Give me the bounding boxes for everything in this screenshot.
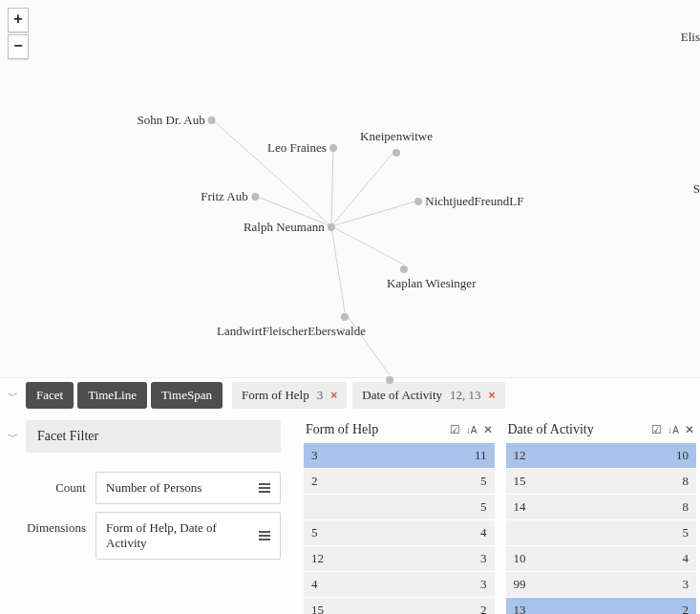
dimensions-label: Dimensions	[4, 512, 95, 536]
facet-title: Date of Activity	[508, 422, 594, 437]
facet-row[interactable]: 25	[304, 469, 495, 494]
graph-node[interactable]: Leo Fraines	[267, 139, 337, 156]
svg-line-2	[331, 149, 396, 226]
chip-value: 12, 13	[450, 388, 481, 403]
graph-node[interactable]: NichtjuedFreundLF	[414, 193, 524, 209]
zoom-out-button[interactable]: −	[8, 34, 29, 59]
filter-chip[interactable]: Form of Help3×	[232, 382, 347, 409]
sort-icon[interactable]: ↓A	[466, 425, 477, 435]
facet-row[interactable]: 132	[506, 598, 697, 614]
facet-row[interactable]: 43	[304, 572, 495, 597]
dimensions-select[interactable]: Form of Help, Date of Activity	[95, 512, 281, 560]
network-graph[interactable]: Sohn Dr. Aub Leo Fraines KneipenwitweFri…	[0, 0, 700, 377]
count-select[interactable]: Number of Persons	[95, 472, 281, 504]
facet-filter-title: Facet Filter	[26, 420, 281, 453]
collapse-icon[interactable]: ﹀	[4, 389, 22, 403]
tab-facet[interactable]: Facet	[26, 382, 74, 409]
node-dot-icon	[329, 144, 337, 152]
count-label: Count	[4, 472, 95, 496]
menu-icon	[259, 529, 270, 542]
facet-row[interactable]: 152	[304, 598, 495, 614]
node-dot-icon	[400, 265, 408, 273]
facet-row[interactable]: 123	[304, 546, 495, 571]
facet-row[interactable]: 5	[304, 495, 495, 519]
node-dot-icon	[328, 223, 335, 231]
close-icon[interactable]: ✕	[685, 423, 694, 436]
node-dot-icon	[251, 193, 259, 201]
graph-node[interactable]	[386, 371, 393, 387]
chip-field: Date of Activity	[362, 388, 442, 403]
facet-column: Form of Help☑↓A✕3112555412343152	[304, 420, 495, 614]
filter-chip[interactable]: Date of Activity12, 13×	[352, 382, 504, 409]
facet-row[interactable]: 148	[506, 495, 697, 519]
graph-node[interactable]: S	[693, 180, 700, 197]
facet-row[interactable]: 311	[304, 443, 495, 468]
menu-icon	[259, 481, 270, 495]
graph-node[interactable]: Sohn Dr. Aub	[138, 112, 216, 128]
svg-line-4	[331, 201, 418, 226]
facet-row[interactable]: 104	[506, 546, 697, 571]
check-icon[interactable]: ☑	[450, 423, 460, 436]
node-dot-icon	[208, 116, 216, 124]
close-icon[interactable]: ×	[330, 389, 337, 402]
svg-line-0	[212, 119, 331, 226]
graph-node[interactable]: Elis	[681, 29, 700, 45]
graph-node[interactable]: Kneipenwitwe	[360, 128, 433, 159]
facet-row[interactable]: 158	[506, 469, 697, 494]
facet-row[interactable]: 54	[304, 520, 495, 545]
svg-line-6	[331, 226, 345, 312]
svg-line-1	[331, 147, 333, 226]
tab-timeline[interactable]: TimeLine	[77, 382, 147, 409]
graph-node[interactable]: Fritz Aub	[201, 188, 259, 204]
node-dot-icon	[386, 376, 393, 384]
close-icon[interactable]: ✕	[483, 423, 493, 436]
view-toolbar: ﹀ FacetTimeLineTimeSpan Form of Help3×Da…	[0, 377, 700, 413]
tab-timespan[interactable]: TimeSpan	[151, 382, 223, 409]
count-value: Number of Persons	[106, 480, 202, 496]
graph-node[interactable]: Ralph Neumann	[244, 219, 335, 235]
facet-title: Form of Help	[306, 422, 378, 437]
facet-row[interactable]: 5	[506, 520, 697, 545]
node-dot-icon	[392, 149, 400, 157]
graph-node[interactable]: Kaplan Wiesinger	[400, 261, 489, 291]
facet-row[interactable]: 1210	[506, 443, 697, 468]
chip-field: Form of Help	[242, 388, 309, 403]
dimensions-value: Form of Help, Date of Activity	[106, 520, 259, 551]
chip-value: 3	[317, 388, 324, 403]
check-icon[interactable]: ☑	[651, 423, 662, 436]
node-dot-icon	[341, 313, 349, 321]
svg-line-5	[331, 226, 404, 265]
sort-icon[interactable]: ↓A	[668, 425, 679, 435]
facet-row[interactable]: 993	[506, 572, 697, 597]
close-icon[interactable]: ×	[489, 389, 496, 402]
collapse-icon[interactable]: ﹀	[4, 430, 22, 444]
graph-node[interactable]: LandwirtFleischerEberswalde	[341, 308, 490, 339]
facet-column: Date of Activity☑↓A✕12101581485104993132	[506, 420, 697, 614]
zoom-in-button[interactable]: +	[8, 8, 29, 32]
node-dot-icon	[414, 198, 422, 205]
